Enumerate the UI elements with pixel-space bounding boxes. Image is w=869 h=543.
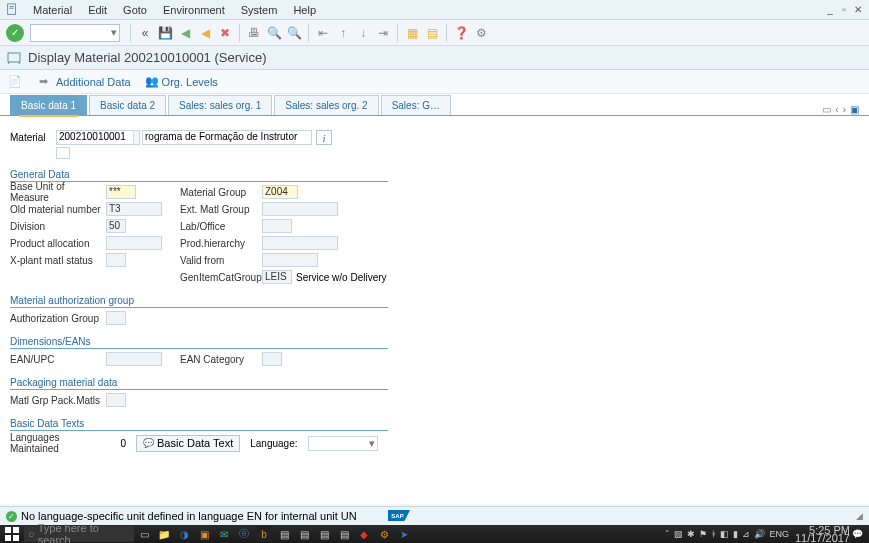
task-app-10[interactable]: ▤ bbox=[336, 526, 352, 542]
material-note-icon[interactable] bbox=[56, 147, 70, 159]
matgrp-label: Material Group bbox=[180, 187, 262, 198]
tab-list-icon[interactable]: ▭ bbox=[822, 104, 831, 115]
tab-basic-data-2[interactable]: Basic data 2 bbox=[89, 95, 166, 115]
svg-text:SAP: SAP bbox=[391, 512, 403, 518]
tray-network-icon[interactable]: ⊿ bbox=[742, 529, 750, 539]
menubar: Material Edit Goto Environment System He… bbox=[0, 0, 869, 20]
tab-basic-data-1[interactable]: Basic data 1 bbox=[10, 95, 87, 115]
select-views-button[interactable]: 📄 bbox=[8, 75, 25, 89]
svg-rect-3 bbox=[8, 53, 20, 62]
menu-goto[interactable]: Goto bbox=[115, 4, 155, 16]
minimize-button[interactable]: _ bbox=[824, 4, 836, 16]
tab-sales-general[interactable]: Sales: G… bbox=[381, 95, 451, 115]
additional-data-button[interactable]: ➡Additional Data bbox=[39, 75, 131, 89]
org-levels-button[interactable]: 👥Org. Levels bbox=[145, 75, 218, 89]
task-app-2[interactable]: ◑ bbox=[176, 526, 192, 542]
xplant-field bbox=[106, 253, 126, 267]
taskbar-search[interactable]: ○ Type here to search bbox=[24, 526, 134, 542]
customize-icon[interactable]: ⚙ bbox=[472, 24, 490, 42]
help-icon[interactable]: ❓ bbox=[452, 24, 470, 42]
language-select[interactable]: ▾ bbox=[308, 436, 378, 451]
task-app-11[interactable]: ◆ bbox=[356, 526, 372, 542]
tab-sales-org-1[interactable]: Sales: sales org. 1 bbox=[168, 95, 272, 115]
tab-sales-org-2[interactable]: Sales: sales org. 2 bbox=[274, 95, 378, 115]
task-app-7[interactable]: ▤ bbox=[276, 526, 292, 542]
firstpage-icon[interactable]: ⇤ bbox=[314, 24, 332, 42]
validfrom-label: Valid from bbox=[180, 255, 262, 266]
menu-edit[interactable]: Edit bbox=[80, 4, 115, 16]
prevpage-icon[interactable]: ↑ bbox=[334, 24, 352, 42]
tray-clock[interactable]: 5:25 PM11/17/2017 bbox=[795, 526, 850, 542]
find-icon[interactable]: 🔍 bbox=[265, 24, 283, 42]
tray-icon[interactable]: ✱ bbox=[687, 529, 695, 539]
tray-icon[interactable]: ◧ bbox=[720, 529, 729, 539]
task-app-12[interactable]: ⚙ bbox=[376, 526, 392, 542]
restore-button[interactable]: ▫ bbox=[838, 4, 850, 16]
material-label: Material bbox=[10, 132, 56, 143]
newsession-icon[interactable]: ▦ bbox=[403, 24, 421, 42]
lastpage-icon[interactable]: ⇥ bbox=[374, 24, 392, 42]
division-label: Division bbox=[10, 221, 106, 232]
start-button[interactable] bbox=[4, 526, 20, 542]
authgrp-field bbox=[106, 311, 126, 325]
section-auth-group: Material authorization group Authorizati… bbox=[10, 295, 388, 326]
packmat-label: Matl Grp Pack.Matls bbox=[10, 395, 106, 406]
status-ok-icon: ✓ bbox=[6, 511, 17, 522]
task-app-13[interactable]: ➤ bbox=[396, 526, 412, 542]
back-icon[interactable]: ◀ bbox=[176, 24, 194, 42]
windows-taskbar: ○ Type here to search ▭ 📁 ◑ ▣ ✉ ⓔ b ▤ ▤ … bbox=[0, 525, 869, 543]
ok-icon[interactable]: ✓ bbox=[6, 24, 24, 42]
menu-help[interactable]: Help bbox=[285, 4, 324, 16]
save-button[interactable]: 💾 bbox=[156, 24, 174, 42]
resize-grip-icon[interactable]: ◢ bbox=[856, 511, 863, 521]
material-desc-field[interactable]: rograma de Formação de Instrutor bbox=[142, 130, 312, 145]
tray-icon[interactable]: ▧ bbox=[674, 529, 683, 539]
tray-bluetooth-icon[interactable]: ᚼ bbox=[711, 529, 716, 539]
svg-rect-9 bbox=[13, 535, 19, 541]
oldmat-label: Old material number bbox=[10, 204, 106, 215]
task-app-5[interactable]: ⓔ bbox=[236, 526, 252, 542]
layout-icon[interactable]: ▤ bbox=[423, 24, 441, 42]
exit-icon[interactable]: ◀ bbox=[196, 24, 214, 42]
tab-fullscreen-icon[interactable]: ▣ bbox=[850, 104, 859, 115]
material-search-help[interactable] bbox=[134, 130, 140, 145]
menu-system[interactable]: System bbox=[233, 4, 286, 16]
task-app-9[interactable]: ▤ bbox=[316, 526, 332, 542]
menu-environment[interactable]: Environment bbox=[155, 4, 233, 16]
tray-volume-icon[interactable]: 🔊 bbox=[754, 529, 765, 539]
svg-rect-6 bbox=[5, 527, 11, 533]
command-field[interactable]: ▾ bbox=[30, 24, 120, 42]
tray-up-icon[interactable]: ˄ bbox=[665, 529, 670, 539]
close-button[interactable]: ✕ bbox=[852, 4, 864, 16]
print-icon[interactable]: 🖶 bbox=[245, 24, 263, 42]
task-app-6[interactable]: b bbox=[256, 526, 272, 542]
matgrp-field[interactable]: Z004 bbox=[262, 185, 298, 199]
task-app-8[interactable]: ▤ bbox=[296, 526, 312, 542]
nextpage-icon[interactable]: ↓ bbox=[354, 24, 372, 42]
material-number-field[interactable]: 200210010001 bbox=[56, 130, 134, 145]
taskview-icon[interactable]: ▭ bbox=[136, 526, 152, 542]
tab-next-icon[interactable]: › bbox=[843, 104, 846, 115]
tray-icon[interactable]: ⚑ bbox=[699, 529, 707, 539]
eancat-field bbox=[262, 352, 282, 366]
status-message: No language-specific unit defined in lan… bbox=[21, 510, 357, 522]
document-icon bbox=[5, 3, 19, 17]
cancel-icon[interactable]: ✖ bbox=[216, 24, 234, 42]
info-button[interactable]: i bbox=[316, 130, 332, 145]
tray-lang[interactable]: ENG bbox=[769, 529, 789, 539]
packmat-field bbox=[106, 393, 126, 407]
tray-notification-icon[interactable]: 💬 bbox=[852, 529, 863, 539]
findnext-icon[interactable]: 🔍 bbox=[285, 24, 303, 42]
tab-prev-icon[interactable]: ‹ bbox=[835, 104, 838, 115]
sap-logo: SAP bbox=[384, 510, 414, 523]
basic-data-text-button[interactable]: 💬Basic Data Text bbox=[136, 435, 240, 452]
task-app-4[interactable]: ✉ bbox=[216, 526, 232, 542]
back-button[interactable]: « bbox=[136, 24, 154, 42]
base-uom-field[interactable]: *** bbox=[106, 185, 136, 199]
task-app-1[interactable]: 📁 bbox=[156, 526, 172, 542]
task-app-3[interactable]: ▣ bbox=[196, 526, 212, 542]
section-header: Basic Data Texts bbox=[10, 418, 388, 431]
menu-material[interactable]: Material bbox=[25, 4, 80, 16]
tray-battery-icon[interactable]: ▮ bbox=[733, 529, 738, 539]
prodalloc-field bbox=[106, 236, 162, 250]
